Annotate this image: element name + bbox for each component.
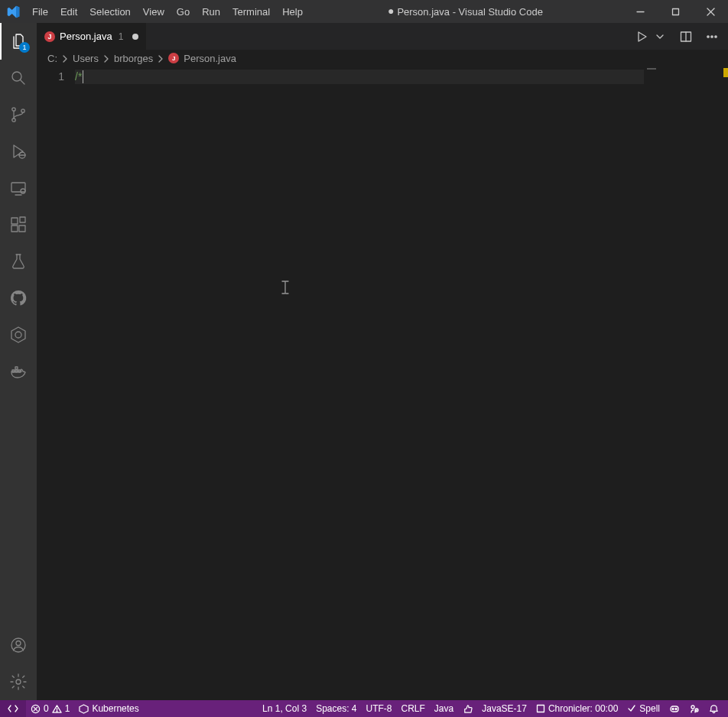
menu-view[interactable]: View xyxy=(138,3,170,21)
status-cursor-position[interactable]: Ln 1, Col 3 xyxy=(258,700,311,717)
java-file-icon: J xyxy=(168,53,179,63)
activity-kubernetes[interactable] xyxy=(0,316,37,353)
activity-accounts[interactable] xyxy=(0,627,37,663)
svg-point-36 xyxy=(57,711,57,712)
menu-go[interactable]: Go xyxy=(171,3,195,21)
editor[interactable]: 1 /* xyxy=(37,67,728,700)
svg-marker-37 xyxy=(80,704,88,712)
status-spell[interactable]: Spell xyxy=(622,700,665,717)
run-code-button[interactable] xyxy=(633,28,650,45)
activity-run-debug[interactable] xyxy=(0,133,37,170)
code-token: /* xyxy=(75,70,82,84)
editor-group: J Person.java 1 C: Users brborges J xyxy=(37,23,728,700)
line-number: 1 xyxy=(37,70,64,84)
svg-rect-14 xyxy=(11,218,18,224)
activity-github[interactable] xyxy=(0,280,37,316)
copilot-icon xyxy=(669,703,680,714)
svg-point-30 xyxy=(711,35,713,37)
minimap[interactable] xyxy=(644,67,728,700)
status-spell-label: Spell xyxy=(639,703,660,714)
status-copilot[interactable] xyxy=(665,700,684,717)
svg-rect-17 xyxy=(20,217,25,222)
account-icon xyxy=(9,636,28,654)
status-warning-count: 1 xyxy=(65,703,70,714)
status-eol[interactable]: CRLF xyxy=(397,700,430,717)
activity-settings[interactable] xyxy=(0,663,37,700)
warning-icon xyxy=(52,704,62,714)
more-icon xyxy=(706,31,718,43)
activity-source-control[interactable] xyxy=(0,96,37,133)
svg-rect-11 xyxy=(11,183,25,192)
status-remote-button[interactable] xyxy=(0,700,26,717)
run-code-dropdown[interactable] xyxy=(652,28,668,45)
svg-line-5 xyxy=(21,80,25,85)
branch-icon xyxy=(9,105,28,124)
live-share-icon xyxy=(689,703,700,714)
status-language[interactable]: Java xyxy=(430,700,458,717)
menu-terminal[interactable]: Terminal xyxy=(227,3,275,21)
activity-remote-explorer[interactable] xyxy=(0,170,37,206)
minimap-warning-marker xyxy=(723,68,728,77)
tab-sublabel: 1 xyxy=(119,31,124,42)
status-problems[interactable]: 0 1 xyxy=(26,700,74,717)
activity-extensions[interactable] xyxy=(0,206,37,243)
status-cursor-position-label: Ln 1, Col 3 xyxy=(262,703,307,714)
activity-testing[interactable] xyxy=(0,243,37,280)
editor-actions xyxy=(626,23,728,50)
maximize-button[interactable] xyxy=(658,0,693,23)
status-jdk[interactable]: JavaSE-17 xyxy=(477,700,531,717)
code-line-1[interactable]: /* xyxy=(75,70,644,84)
text-cursor-icon xyxy=(83,70,83,83)
menu-help[interactable]: Help xyxy=(277,3,308,21)
status-java-feedback[interactable] xyxy=(458,700,477,717)
search-icon xyxy=(9,69,28,87)
status-jdk-label: JavaSE-17 xyxy=(482,703,527,714)
mouse-ibeam-icon xyxy=(281,281,289,298)
java-file-icon: J xyxy=(44,31,55,42)
tab-label: Person.java xyxy=(60,31,112,42)
status-language-label: Java xyxy=(434,703,453,714)
menubar: File Edit Selection View Go Run Terminal… xyxy=(27,3,308,21)
menu-run[interactable]: Run xyxy=(197,3,226,21)
tab-person-java[interactable]: J Person.java 1 xyxy=(37,23,147,50)
menu-selection[interactable]: Selection xyxy=(84,3,135,21)
status-encoding[interactable]: UTF-8 xyxy=(362,700,397,717)
kubernetes-icon xyxy=(79,704,89,714)
activity-explorer[interactable]: 1 xyxy=(0,23,37,60)
window-title: ●Person.java - Visual Studio Code xyxy=(308,5,622,18)
editor-more-button[interactable] xyxy=(704,28,720,45)
breadcrumb-seg-2[interactable]: brborges xyxy=(114,53,153,64)
split-editor-button[interactable] xyxy=(678,28,694,45)
breadcrumb-seg-3[interactable]: Person.java xyxy=(184,53,236,64)
status-chronicler-label: Chronicler: 00:00 xyxy=(548,703,618,714)
kubernetes-icon xyxy=(9,326,28,344)
menu-edit[interactable]: Edit xyxy=(55,3,83,21)
menu-file[interactable]: File xyxy=(27,3,54,21)
svg-point-19 xyxy=(15,332,21,338)
chevron-right-icon xyxy=(156,53,165,64)
code-area[interactable]: /* xyxy=(75,67,644,700)
breadcrumb-seg-0[interactable]: C: xyxy=(47,53,57,64)
breadcrumb-seg-1[interactable]: Users xyxy=(73,53,99,64)
status-live-share[interactable] xyxy=(684,700,704,717)
minimize-button[interactable] xyxy=(622,0,658,23)
close-button[interactable] xyxy=(693,0,728,23)
tab-dirty-indicator-icon xyxy=(132,34,138,40)
status-notifications[interactable] xyxy=(704,700,723,717)
breadcrumb[interactable]: C: Users brborges J Person.java xyxy=(37,50,728,67)
record-icon xyxy=(536,704,545,713)
status-kubernetes-label: Kubernetes xyxy=(92,703,138,714)
status-chronicler[interactable]: Chronicler: 00:00 xyxy=(531,700,622,717)
docker-icon xyxy=(9,362,28,381)
gear-icon xyxy=(9,673,28,691)
svg-point-40 xyxy=(672,709,674,710)
check-icon xyxy=(627,704,636,713)
svg-marker-18 xyxy=(11,327,25,342)
activity-docker[interactable] xyxy=(0,353,37,390)
remote-explorer-icon xyxy=(9,179,28,197)
vscode-logo-icon xyxy=(0,5,27,18)
activity-search[interactable] xyxy=(0,60,37,96)
activity-explorer-badge: 1 xyxy=(19,42,30,53)
status-kubernetes[interactable]: Kubernetes xyxy=(74,700,143,717)
status-indentation[interactable]: Spaces: 4 xyxy=(311,700,361,717)
